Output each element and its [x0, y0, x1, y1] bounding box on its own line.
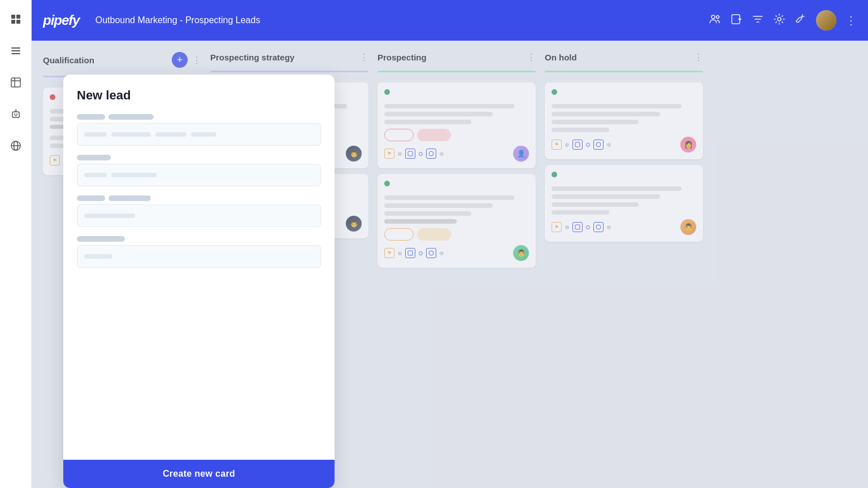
- ph-bar: [84, 213, 135, 218]
- sidebar-icon-robot[interactable]: [6, 104, 26, 124]
- ph-bar: [84, 132, 107, 137]
- board-area: Qualification + ⋮: [32, 41, 868, 488]
- ph-bar: [155, 132, 186, 137]
- settings-icon[interactable]: [773, 13, 785, 28]
- sidebar-icon-list[interactable]: [6, 41, 26, 61]
- form-input-4[interactable]: [77, 245, 321, 268]
- form-input-3[interactable]: [77, 204, 321, 227]
- placeholder-bars: [84, 213, 135, 218]
- placeholder-bars: [84, 173, 157, 177]
- user-avatar[interactable]: [816, 10, 836, 30]
- sidebar-icon-globe[interactable]: [6, 136, 26, 156]
- more-menu-icon[interactable]: ⋮: [845, 14, 857, 27]
- create-new-card-button[interactable]: Create new card: [163, 469, 235, 479]
- ph-bar: [84, 254, 112, 259]
- ph-bar: [84, 173, 107, 177]
- form-label-1: [77, 114, 321, 120]
- svg-rect-0: [11, 15, 15, 19]
- svg-rect-13: [15, 115, 17, 116]
- filter-icon[interactable]: [752, 13, 764, 28]
- svg-rect-12: [16, 114, 18, 115]
- svg-rect-11: [14, 114, 15, 115]
- form-group-2: [77, 155, 321, 186]
- signin-icon[interactable]: [730, 13, 743, 28]
- label-bar: [77, 114, 105, 120]
- people-icon[interactable]: [709, 13, 721, 28]
- tools-icon[interactable]: [795, 13, 807, 28]
- label-bar: [77, 195, 105, 201]
- svg-point-19: [711, 15, 715, 19]
- sidebar-icon-grid[interactable]: [6, 9, 26, 29]
- placeholder-bars: [84, 254, 112, 259]
- header: pipefy Outbound Marketing - Prospecting …: [32, 0, 868, 41]
- modal-title: New lead: [77, 88, 321, 103]
- placeholder-bars: [84, 132, 216, 137]
- svg-rect-3: [16, 20, 20, 24]
- new-lead-modal: New lead: [63, 75, 335, 488]
- header-icons: ⋮: [709, 10, 857, 30]
- label-bar: [108, 114, 154, 120]
- svg-rect-6: [11, 53, 20, 54]
- svg-point-20: [717, 15, 719, 18]
- svg-point-15: [15, 110, 16, 111]
- header-title: Outbound Marketing - Prospecting Leads: [96, 15, 261, 25]
- svg-rect-4: [11, 47, 20, 49]
- ph-bar: [191, 132, 216, 137]
- svg-rect-1: [16, 15, 20, 19]
- main-content: pipefy Outbound Marketing - Prospecting …: [32, 0, 868, 488]
- label-bar: [77, 155, 111, 160]
- svg-rect-2: [11, 20, 15, 24]
- form-group-3: [77, 195, 321, 227]
- form-group-4: [77, 236, 321, 268]
- logo: pipefy: [43, 12, 80, 28]
- svg-rect-5: [11, 50, 20, 51]
- form-label-3: [77, 195, 321, 201]
- form-label-2: [77, 155, 321, 160]
- svg-point-22: [778, 18, 781, 21]
- svg-rect-10: [12, 112, 19, 117]
- form-group-1: [77, 114, 321, 146]
- modal-footer: Create new card: [63, 460, 335, 488]
- form-label-4: [77, 236, 321, 242]
- form-input-1[interactable]: [77, 123, 321, 146]
- label-bar: [108, 195, 151, 201]
- sidebar-icon-table[interactable]: [6, 72, 26, 93]
- ph-bar: [111, 173, 157, 177]
- ph-bar: [111, 132, 151, 137]
- form-input-2[interactable]: [77, 164, 321, 186]
- label-bar: [77, 236, 125, 242]
- sidebar: [0, 0, 32, 488]
- svg-rect-7: [11, 78, 20, 87]
- modal-content: New lead: [63, 75, 335, 460]
